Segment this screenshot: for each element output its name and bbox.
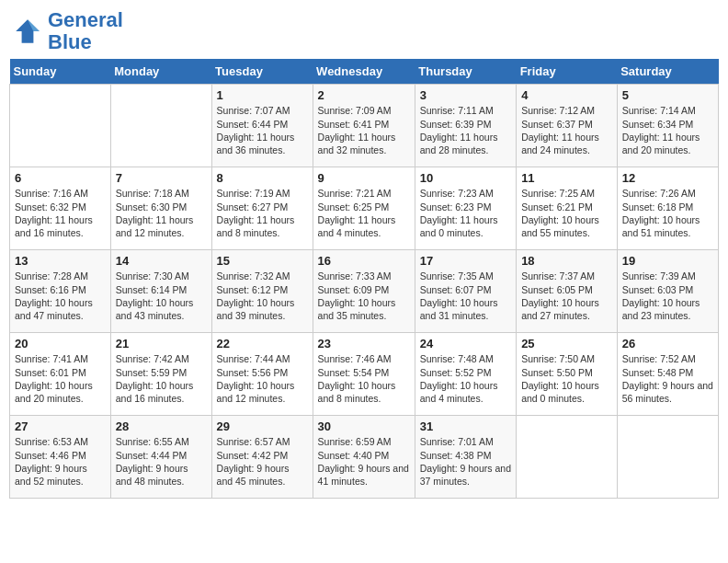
- day-info: Sunrise: 7:28 AM Sunset: 6:16 PM Dayligh…: [15, 270, 106, 322]
- day-number: 19: [622, 254, 713, 268]
- day-number: 10: [420, 171, 511, 185]
- day-cell: 15Sunrise: 7:32 AM Sunset: 6:12 PM Dayli…: [211, 250, 313, 333]
- day-number: 6: [15, 171, 106, 185]
- day-cell: 1Sunrise: 7:07 AM Sunset: 6:44 PM Daylig…: [211, 85, 313, 167]
- day-number: 18: [521, 254, 612, 268]
- weekday-header-tuesday: Tuesday: [211, 59, 313, 85]
- day-info: Sunrise: 7:44 AM Sunset: 5:56 PM Dayligh…: [217, 352, 308, 405]
- day-cell: 17Sunrise: 7:35 AM Sunset: 6:07 PM Dayli…: [415, 250, 516, 333]
- day-info: Sunrise: 7:50 AM Sunset: 5:50 PM Dayligh…: [521, 352, 612, 405]
- day-cell: 14Sunrise: 7:30 AM Sunset: 6:14 PM Dayli…: [110, 250, 211, 333]
- day-number: 20: [15, 337, 106, 350]
- day-cell: 3Sunrise: 7:11 AM Sunset: 6:39 PM Daylig…: [415, 85, 516, 167]
- day-info: Sunrise: 7:07 AM Sunset: 6:44 PM Dayligh…: [217, 104, 308, 156]
- day-cell: 5Sunrise: 7:14 AM Sunset: 6:34 PM Daylig…: [617, 85, 718, 167]
- day-info: Sunrise: 7:41 AM Sunset: 6:01 PM Dayligh…: [15, 352, 106, 405]
- calendar-table: SundayMondayTuesdayWednesdayThursdayFrid…: [9, 59, 719, 499]
- day-number: 23: [318, 337, 410, 350]
- day-number: 25: [521, 337, 612, 350]
- weekday-header-wednesday: Wednesday: [313, 59, 415, 85]
- day-cell: 29Sunrise: 6:57 AM Sunset: 4:42 PM Dayli…: [211, 416, 313, 499]
- day-number: 29: [217, 419, 308, 433]
- weekday-header-thursday: Thursday: [415, 59, 516, 85]
- week-row-4: 20Sunrise: 7:41 AM Sunset: 6:01 PM Dayli…: [10, 333, 719, 416]
- day-cell: 26Sunrise: 7:52 AM Sunset: 5:48 PM Dayli…: [617, 333, 718, 416]
- day-number: 3: [420, 88, 511, 102]
- day-info: Sunrise: 6:59 AM Sunset: 4:40 PM Dayligh…: [318, 435, 410, 488]
- day-cell: 16Sunrise: 7:33 AM Sunset: 6:09 PM Dayli…: [313, 250, 415, 333]
- day-cell: [617, 416, 718, 499]
- day-number: 4: [521, 88, 612, 102]
- day-cell: 2Sunrise: 7:09 AM Sunset: 6:41 PM Daylig…: [313, 85, 415, 167]
- day-number: 14: [116, 254, 207, 268]
- day-info: Sunrise: 7:37 AM Sunset: 6:05 PM Dayligh…: [521, 270, 612, 322]
- day-info: Sunrise: 7:32 AM Sunset: 6:12 PM Dayligh…: [217, 270, 308, 322]
- day-cell: 23Sunrise: 7:46 AM Sunset: 5:54 PM Dayli…: [313, 333, 415, 416]
- day-info: Sunrise: 7:19 AM Sunset: 6:27 PM Dayligh…: [217, 187, 308, 239]
- day-number: 27: [15, 419, 106, 433]
- day-cell: [110, 85, 211, 167]
- day-cell: 25Sunrise: 7:50 AM Sunset: 5:50 PM Dayli…: [517, 333, 618, 416]
- day-number: 24: [420, 337, 511, 350]
- day-info: Sunrise: 7:39 AM Sunset: 6:03 PM Dayligh…: [622, 270, 713, 322]
- day-info: Sunrise: 7:52 AM Sunset: 5:48 PM Dayligh…: [622, 352, 713, 405]
- day-number: 2: [318, 88, 410, 102]
- day-info: Sunrise: 7:46 AM Sunset: 5:54 PM Dayligh…: [318, 352, 410, 405]
- day-info: Sunrise: 7:42 AM Sunset: 5:59 PM Dayligh…: [116, 352, 207, 405]
- day-number: 15: [217, 254, 308, 268]
- day-cell: 24Sunrise: 7:48 AM Sunset: 5:52 PM Dayli…: [415, 333, 516, 416]
- day-info: Sunrise: 7:18 AM Sunset: 6:30 PM Dayligh…: [116, 187, 207, 239]
- day-cell: [517, 416, 618, 499]
- day-info: Sunrise: 7:33 AM Sunset: 6:09 PM Dayligh…: [318, 270, 410, 322]
- day-number: 28: [116, 419, 207, 433]
- day-info: Sunrise: 7:48 AM Sunset: 5:52 PM Dayligh…: [420, 352, 511, 405]
- day-info: Sunrise: 7:25 AM Sunset: 6:21 PM Dayligh…: [521, 187, 612, 239]
- day-info: Sunrise: 7:14 AM Sunset: 6:34 PM Dayligh…: [622, 104, 713, 156]
- day-number: 12: [622, 171, 713, 185]
- day-cell: 27Sunrise: 6:53 AM Sunset: 4:46 PM Dayli…: [10, 416, 111, 499]
- day-number: 21: [116, 337, 207, 350]
- day-cell: 13Sunrise: 7:28 AM Sunset: 6:16 PM Dayli…: [10, 250, 111, 333]
- weekday-header-saturday: Saturday: [617, 59, 718, 85]
- day-info: Sunrise: 6:53 AM Sunset: 4:46 PM Dayligh…: [15, 435, 106, 488]
- day-cell: 12Sunrise: 7:26 AM Sunset: 6:18 PM Dayli…: [617, 167, 718, 250]
- day-info: Sunrise: 7:30 AM Sunset: 6:14 PM Dayligh…: [116, 270, 207, 322]
- day-info: Sunrise: 7:23 AM Sunset: 6:23 PM Dayligh…: [420, 187, 511, 239]
- logo: General Blue: [13, 9, 123, 53]
- day-info: Sunrise: 7:12 AM Sunset: 6:37 PM Dayligh…: [521, 104, 612, 156]
- day-number: 8: [217, 171, 308, 185]
- day-number: 22: [217, 337, 308, 350]
- day-number: 7: [116, 171, 207, 185]
- day-cell: 6Sunrise: 7:16 AM Sunset: 6:32 PM Daylig…: [10, 167, 111, 250]
- day-info: Sunrise: 6:57 AM Sunset: 4:42 PM Dayligh…: [217, 435, 308, 488]
- day-cell: 22Sunrise: 7:44 AM Sunset: 5:56 PM Dayli…: [211, 333, 313, 416]
- day-cell: 4Sunrise: 7:12 AM Sunset: 6:37 PM Daylig…: [517, 85, 618, 167]
- day-number: 1: [217, 88, 308, 102]
- week-row-1: 1Sunrise: 7:07 AM Sunset: 6:44 PM Daylig…: [10, 85, 719, 167]
- day-cell: 11Sunrise: 7:25 AM Sunset: 6:21 PM Dayli…: [517, 167, 618, 250]
- day-number: 5: [622, 88, 713, 102]
- logo-icon: [13, 17, 42, 46]
- day-cell: 19Sunrise: 7:39 AM Sunset: 6:03 PM Dayli…: [617, 250, 718, 333]
- day-number: 31: [420, 419, 511, 433]
- day-info: Sunrise: 7:35 AM Sunset: 6:07 PM Dayligh…: [420, 270, 511, 322]
- day-info: Sunrise: 6:55 AM Sunset: 4:44 PM Dayligh…: [116, 435, 207, 488]
- day-number: 9: [318, 171, 410, 185]
- day-cell: 31Sunrise: 7:01 AM Sunset: 4:38 PM Dayli…: [415, 416, 516, 499]
- weekday-header-friday: Friday: [517, 59, 618, 85]
- day-info: Sunrise: 7:01 AM Sunset: 4:38 PM Dayligh…: [420, 435, 511, 488]
- day-number: 16: [318, 254, 410, 268]
- week-row-2: 6Sunrise: 7:16 AM Sunset: 6:32 PM Daylig…: [10, 167, 719, 250]
- weekday-header-sunday: Sunday: [10, 59, 111, 85]
- day-cell: 9Sunrise: 7:21 AM Sunset: 6:25 PM Daylig…: [313, 167, 415, 250]
- day-info: Sunrise: 7:26 AM Sunset: 6:18 PM Dayligh…: [622, 187, 713, 239]
- week-row-5: 27Sunrise: 6:53 AM Sunset: 4:46 PM Dayli…: [10, 416, 719, 499]
- day-cell: 28Sunrise: 6:55 AM Sunset: 4:44 PM Dayli…: [110, 416, 211, 499]
- weekday-header-monday: Monday: [110, 59, 211, 85]
- day-info: Sunrise: 7:16 AM Sunset: 6:32 PM Dayligh…: [15, 187, 106, 239]
- day-cell: 8Sunrise: 7:19 AM Sunset: 6:27 PM Daylig…: [211, 167, 313, 250]
- day-number: 13: [15, 254, 106, 268]
- day-cell: 30Sunrise: 6:59 AM Sunset: 4:40 PM Dayli…: [313, 416, 415, 499]
- day-cell: 10Sunrise: 7:23 AM Sunset: 6:23 PM Dayli…: [415, 167, 516, 250]
- day-cell: 7Sunrise: 7:18 AM Sunset: 6:30 PM Daylig…: [110, 167, 211, 250]
